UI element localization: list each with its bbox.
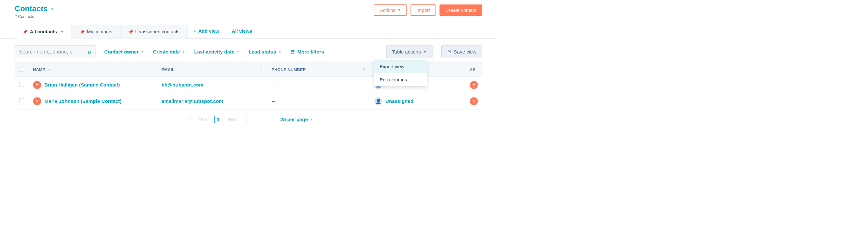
row-checkbox[interactable]	[19, 82, 24, 87]
next-page-icon[interactable]: 〉	[243, 115, 253, 124]
sort-icon: ⇅	[458, 67, 461, 71]
table-actions-button[interactable]: Table actions ▼	[386, 45, 432, 58]
search-box[interactable]: ⌕	[15, 45, 95, 58]
import-button[interactable]: Import	[411, 4, 436, 16]
actions-button[interactable]: Actions ▼	[374, 4, 407, 16]
tab-label: My contacts	[87, 29, 112, 35]
contact-avatar-icon: ✦	[33, 97, 41, 105]
filter-label: Contact owner	[104, 49, 138, 55]
select-all-checkbox[interactable]	[19, 67, 24, 72]
associated-avatar-icon: ✦	[470, 81, 478, 89]
save-icon: 🖫	[447, 49, 452, 54]
contact-email-link[interactable]: emailmaria@hubspot.com	[161, 98, 223, 104]
create-contact-button[interactable]: Create contact	[439, 4, 482, 16]
page-title-dropdown[interactable]: Contacts ▼	[15, 4, 55, 13]
filter-label: Create date	[153, 49, 180, 55]
contact-name-link[interactable]: Brian Halligan (Sample Contact)	[44, 82, 120, 88]
search-input[interactable]	[19, 49, 85, 55]
contact-phone: --	[272, 98, 275, 104]
table-actions-dropdown: Export view Edit columns	[374, 60, 427, 86]
page-title: Contacts	[15, 4, 48, 13]
per-page-label: 25 per page	[280, 117, 308, 122]
actions-label: Actions	[380, 7, 396, 13]
column-label: NAME	[33, 67, 45, 72]
tab-label: Unassigned contacts	[135, 29, 180, 35]
prev-label[interactable]: Prev	[198, 117, 209, 122]
next-label[interactable]: Next	[227, 117, 238, 122]
sort-icon: ⇅	[363, 67, 366, 71]
filter-label: Last activity date	[194, 49, 234, 55]
owner-avatar-icon: 👤	[374, 97, 382, 105]
caret-down-icon: ▼	[278, 50, 281, 54]
tab-my-contacts[interactable]: 📌 My contacts	[71, 25, 120, 39]
save-view-button[interactable]: 🖫 Save view	[441, 45, 483, 58]
column-label: PHONE NUMBER	[272, 67, 306, 72]
pin-icon: 📌	[23, 29, 28, 34]
associated-avatar-icon: ✦	[470, 97, 478, 105]
caret-down-icon: ▼	[182, 50, 185, 54]
caret-down-icon: ▼	[398, 8, 401, 12]
more-filters-label: More filters	[297, 49, 324, 55]
column-name[interactable]: NAME ⇅	[29, 63, 157, 77]
column-email[interactable]: EMAIL ⇅	[157, 63, 267, 77]
sort-icon: ⇅	[48, 68, 51, 72]
caret-down-icon: ▼	[50, 6, 55, 12]
more-filters-button[interactable]: ☰ More filters	[290, 49, 324, 55]
caret-down-icon: ▼	[423, 50, 427, 54]
contact-owner[interactable]: Unassigned	[385, 98, 413, 104]
tab-all-contacts[interactable]: 📌 All contacts ▼	[15, 25, 72, 39]
filter-label: Lead status	[249, 49, 276, 55]
column-phone[interactable]: PHONE NUMBER ⇅	[267, 63, 370, 77]
contact-email-link[interactable]: bh@hubspot.com	[161, 82, 204, 88]
pin-icon: 📌	[80, 29, 85, 34]
all-views-link[interactable]: All views	[225, 24, 258, 38]
sort-icon: ⇅	[260, 67, 263, 71]
save-view-label: Save view	[454, 49, 476, 55]
pin-icon: 📌	[128, 29, 133, 34]
contact-avatar-icon: ✦	[33, 81, 41, 89]
import-label: Import	[416, 7, 430, 13]
caret-down-icon: ▼	[141, 50, 144, 54]
table-row: ✦ Maria Johnson (Sample Contact) emailma…	[15, 93, 483, 110]
column-associated[interactable]: AS	[465, 63, 483, 77]
table-actions-label: Table actions	[392, 49, 421, 55]
row-checkbox[interactable]	[19, 98, 24, 103]
edit-columns-item[interactable]: Edit columns	[374, 73, 427, 86]
record-count: 2 Contacts	[15, 14, 55, 19]
tab-label: All contacts	[30, 29, 57, 35]
filter-contact-owner[interactable]: Contact owner ▼	[104, 49, 144, 55]
export-view-item[interactable]: Export view	[374, 60, 427, 73]
all-views-label: All views	[232, 29, 252, 34]
filter-last-activity[interactable]: Last activity date ▼	[194, 49, 240, 55]
tab-unassigned-contacts[interactable]: 📌 Unassigned contacts	[120, 25, 187, 39]
prev-page-icon[interactable]: 〈	[184, 115, 193, 124]
caret-down-icon: ▼	[310, 117, 313, 121]
sliders-icon: ☰	[290, 49, 294, 55]
contact-name-link[interactable]: Maria Johnson (Sample Contact)	[44, 98, 122, 104]
page-number[interactable]: 1	[214, 116, 222, 123]
add-view-button[interactable]: + Add view	[187, 24, 225, 38]
per-page-dropdown[interactable]: 25 per page ▼	[280, 117, 313, 122]
create-contact-label: Create contact	[445, 7, 476, 13]
caret-down-icon: ▼	[60, 30, 64, 34]
contact-phone: --	[272, 82, 275, 88]
filter-create-date[interactable]: Create date ▼	[153, 49, 185, 55]
dropdown-item-label: Export view	[380, 64, 404, 69]
column-label: EMAIL	[161, 67, 175, 72]
add-view-label: Add view	[198, 29, 219, 34]
search-icon[interactable]: ⌕	[88, 49, 91, 55]
plus-icon: +	[194, 28, 196, 34]
column-label: AS	[470, 67, 476, 72]
caret-down-icon: ▼	[236, 50, 240, 54]
filter-lead-status[interactable]: Lead status ▼	[249, 49, 282, 55]
dropdown-item-label: Edit columns	[380, 77, 407, 82]
